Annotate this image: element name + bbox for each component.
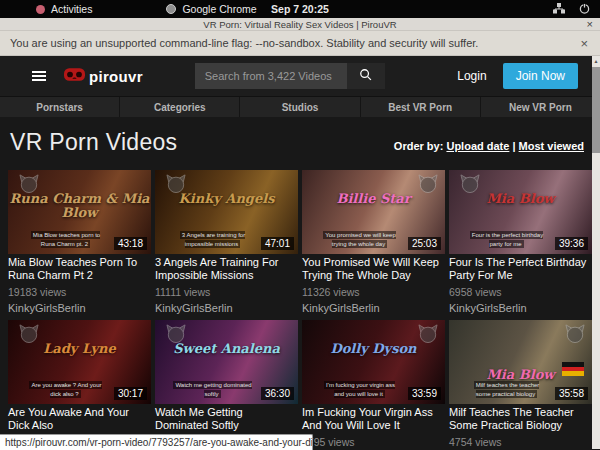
thumbnail-caption: Milf teaches the teacher some practical … bbox=[467, 381, 546, 399]
cat-mask-watermark-icon bbox=[165, 324, 187, 347]
video-card: Sweet Analena Watch me getting dominated… bbox=[155, 320, 298, 449]
video-thumbnail[interactable]: Kinky Angels 3 Angels are training for i… bbox=[155, 170, 298, 254]
search-bar bbox=[195, 63, 385, 89]
system-top-bar: Activities Google Chrome Sep 7 20:25 bbox=[0, 0, 600, 18]
nav-item-categories[interactable]: Categories bbox=[119, 97, 239, 117]
thumbnail-caption: You promised we will keep trying the who… bbox=[320, 231, 399, 249]
video-views: 11111 views bbox=[155, 286, 298, 298]
studio-link[interactable]: KinkyGirlsBerlin bbox=[302, 302, 445, 314]
thumbnail-caption: I'm fucking your virgin ass and you will… bbox=[320, 381, 399, 399]
hamburger-menu-icon[interactable] bbox=[32, 69, 46, 83]
network-icon[interactable] bbox=[553, 3, 565, 16]
window-title: VR Porn: Virtual Reality Sex Videos | Pi… bbox=[203, 19, 396, 30]
video-title-link[interactable]: Milf Teaches The Teacher Some Practical … bbox=[449, 406, 592, 432]
video-title-link[interactable]: Mia Blow Teaches Porn To Runa Charm Pt 2 bbox=[8, 256, 151, 282]
studio-link[interactable]: KinkyGirlsBerlin bbox=[155, 302, 298, 314]
focused-app-menu[interactable]: Google Chrome bbox=[166, 3, 256, 15]
page-title: VR Porn Videos bbox=[10, 129, 177, 156]
duration-badge: 47:01 bbox=[261, 237, 294, 250]
search-button[interactable] bbox=[347, 63, 385, 89]
video-title-link[interactable]: 3 Angels Are Training For Impossible Mis… bbox=[155, 256, 298, 282]
scrollbar-thumb[interactable] bbox=[592, 67, 600, 153]
studio-link[interactable]: KinkyGirlsBerlin bbox=[8, 302, 151, 314]
power-icon[interactable] bbox=[579, 3, 590, 16]
video-thumbnail[interactable]: Billie Star You promised we will keep tr… bbox=[302, 170, 445, 254]
nav-item-studios[interactable]: Studios bbox=[239, 97, 359, 117]
duration-badge: 25:03 bbox=[408, 237, 441, 250]
video-card: Runa Charm & Mia Blow Mia Blow teaches p… bbox=[8, 170, 151, 314]
scrollbar-track[interactable]: ▲ bbox=[592, 56, 600, 449]
search-input[interactable] bbox=[195, 63, 347, 89]
status-url-tooltip: https://pirouvr.com/vr-porn-video/779325… bbox=[0, 434, 313, 450]
video-views: 6958 views bbox=[449, 286, 592, 298]
video-card: Kinky Angels 3 Angels are training for i… bbox=[155, 170, 298, 314]
site-logo[interactable]: pirouvr bbox=[64, 67, 143, 85]
video-views: 9795 views bbox=[302, 436, 445, 448]
activities-button[interactable]: Activities bbox=[36, 3, 92, 15]
order-most-viewed-link[interactable]: Most viewed bbox=[519, 140, 584, 152]
video-card: Lady Lyne Are you awake ? And your dick … bbox=[8, 320, 151, 449]
video-title-link[interactable]: You Promised We Will Keep Trying The Who… bbox=[302, 256, 445, 282]
order-by: Order by: Upload date | Most viewed bbox=[394, 140, 584, 152]
nav-item-new-vr[interactable]: New VR Porn bbox=[480, 97, 600, 117]
site-logo-text: pirouvr bbox=[89, 68, 143, 85]
duration-badge: 43:18 bbox=[114, 237, 147, 250]
main-nav: Pornstars Categories Studios Best VR Por… bbox=[0, 96, 600, 117]
video-card: Mia Blow Four is the perfect birthday pa… bbox=[449, 170, 592, 314]
order-by-label: Order by: bbox=[394, 140, 444, 152]
warning-infobar: You are using an unsupported command-lin… bbox=[0, 31, 600, 56]
duration-badge: 33:59 bbox=[408, 387, 441, 400]
video-title-link[interactable]: Are You Awake And Your Dick Also bbox=[8, 406, 151, 432]
video-title-link[interactable]: Four Is The Perfect Birthday Party For M… bbox=[449, 256, 592, 282]
video-views: 11326 views bbox=[302, 286, 445, 298]
scrollbar-up-icon[interactable]: ▲ bbox=[592, 56, 600, 64]
nav-item-best-vr[interactable]: Best VR Porn bbox=[360, 97, 480, 117]
nav-item-pornstars[interactable]: Pornstars bbox=[0, 97, 119, 117]
thumbnail-caption: 3 Angels are training for impossible mis… bbox=[173, 231, 252, 249]
window-close-icon[interactable]: × bbox=[587, 18, 593, 30]
video-thumbnail[interactable]: Mia Blow Milf teaches the teacher some p… bbox=[449, 320, 592, 404]
duration-badge: 36:30 bbox=[261, 387, 294, 400]
warning-text: You are using an unsupported command-lin… bbox=[10, 37, 478, 49]
order-upload-date-link[interactable]: Upload date bbox=[446, 140, 509, 152]
video-views: 19183 views bbox=[8, 286, 151, 298]
cat-mask-watermark-icon bbox=[18, 324, 40, 347]
video-thumbnail[interactable]: Runa Charm & Mia Blow Mia Blow teaches p… bbox=[8, 170, 151, 254]
video-title-link[interactable]: Watch Me Getting Dominated Softly bbox=[155, 406, 298, 432]
join-now-button[interactable]: Join Now bbox=[503, 63, 578, 89]
thumbnail-caption: Four is the perfect birthday party for m… bbox=[467, 231, 546, 249]
cat-mask-watermark-icon bbox=[165, 174, 187, 197]
order-separator: | bbox=[512, 140, 515, 152]
video-views: 4754 views bbox=[449, 436, 592, 448]
video-thumbnail[interactable]: Dolly Dyson I'm fucking your virgin ass … bbox=[302, 320, 445, 404]
app-menu-label: Google Chrome bbox=[182, 3, 256, 15]
cat-mask-watermark-icon bbox=[417, 324, 439, 347]
cat-mask-watermark-icon bbox=[459, 174, 481, 197]
video-card: Dolly Dyson I'm fucking your virgin ass … bbox=[302, 320, 445, 449]
duration-badge: 35:58 bbox=[555, 387, 588, 400]
studio-link[interactable]: KinkyGirlsBerlin bbox=[449, 302, 592, 314]
duration-badge: 30:17 bbox=[114, 387, 147, 400]
german-flag-icon bbox=[562, 362, 584, 376]
chrome-icon bbox=[166, 4, 176, 14]
cat-mask-watermark-icon bbox=[564, 324, 586, 347]
warning-close-icon[interactable]: × bbox=[580, 36, 588, 51]
video-thumbnail[interactable]: Lady Lyne Are you awake ? And your dick … bbox=[8, 320, 151, 404]
activities-indicator-icon bbox=[36, 5, 45, 14]
video-grid: Runa Charm & Mia Blow Mia Blow teaches p… bbox=[8, 170, 592, 449]
cat-mask-watermark-icon bbox=[18, 174, 40, 197]
vr-goggles-logo-icon bbox=[64, 67, 85, 85]
video-thumbnail[interactable]: Mia Blow Four is the perfect birthday pa… bbox=[449, 170, 592, 254]
video-card: Billie Star You promised we will keep tr… bbox=[302, 170, 445, 314]
video-title-link[interactable]: Im Fucking Your Virgin Ass And You Will … bbox=[302, 406, 445, 432]
video-thumbnail[interactable]: Sweet Analena Watch me getting dominated… bbox=[155, 320, 298, 404]
thumbnail-caption: Are you awake ? And your dick also ? bbox=[26, 381, 105, 399]
cat-mask-watermark-icon bbox=[417, 174, 439, 197]
status-url-text: https://pirouvr.com/vr-porn-video/779325… bbox=[5, 437, 313, 448]
video-card: Mia Blow Milf teaches the teacher some p… bbox=[449, 320, 592, 449]
login-link[interactable]: Login bbox=[457, 69, 486, 83]
thumbnail-caption: Watch me getting dominated softly bbox=[173, 381, 252, 399]
search-icon bbox=[359, 68, 373, 85]
site-header: pirouvr Login Join Now bbox=[0, 56, 600, 96]
thumbnail-caption: Mia Blow teaches porn to Runa Charm pt. … bbox=[26, 231, 105, 249]
